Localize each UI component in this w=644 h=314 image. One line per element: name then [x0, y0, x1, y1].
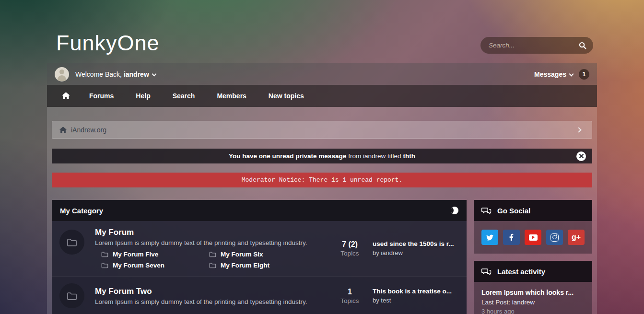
forum-title-link[interactable]: My Forum: [95, 228, 327, 237]
folder-icon: [67, 238, 77, 247]
activity-last-post[interactable]: Last Post: iandrew: [481, 299, 585, 306]
last-post-author[interactable]: by test: [373, 297, 459, 304]
main-nav: Forums Help Search Members New topics: [47, 85, 597, 107]
board-wrapper: Welcome Back, iandrew Messages 1 Forums: [47, 63, 597, 314]
forum-stats: 1 Topics: [327, 288, 373, 304]
subforum-list: My Forum Five My Forum Six My Forum Seve…: [101, 251, 327, 269]
subforum-link[interactable]: My Forum Seven: [101, 262, 209, 269]
subforum-label: My Forum Six: [221, 251, 263, 258]
pm-notice-lead: You have one unread private message: [229, 152, 346, 160]
nav-item-members[interactable]: Members: [206, 85, 257, 107]
avatar[interactable]: [55, 67, 69, 81]
search-icon[interactable]: [579, 42, 586, 49]
twitter-button[interactable]: [481, 230, 498, 245]
subforum-label: My Forum Seven: [113, 262, 164, 269]
moderator-notice-bar: Moderator Notice: There is 1 unread repo…: [52, 173, 592, 187]
pm-notice-middle: from iandrew titled: [348, 152, 401, 160]
chevron-right-icon[interactable]: [576, 127, 581, 132]
nav-item-new-topics[interactable]: New topics: [258, 85, 315, 107]
activity-time: 3 hours ago: [481, 308, 585, 314]
subforum-label: My Forum Eight: [221, 262, 269, 269]
twitter-icon: [486, 234, 494, 241]
youtube-button[interactable]: [525, 230, 541, 245]
nav-item-forums[interactable]: Forums: [78, 85, 125, 107]
topics-count: 1: [327, 288, 373, 296]
last-post-author[interactable]: by iandrew: [373, 249, 459, 256]
last-post-title-link[interactable]: used since the 1500s is r...: [373, 240, 459, 247]
messages-count-badge[interactable]: 1: [579, 69, 589, 80]
last-post: used since the 1500s is r... by iandrew: [373, 240, 459, 256]
category-panel: My Category My Fo: [52, 200, 467, 314]
subforum-link[interactable]: My Forum Eight: [209, 262, 327, 269]
nav-home-button[interactable]: [54, 85, 78, 107]
username: iandrew: [124, 70, 149, 78]
folder-icon: [209, 251, 216, 257]
home-icon: [62, 92, 70, 100]
pm-notice-subject[interactable]: thth: [403, 152, 415, 160]
activity-item: Lorem Ipsum which looks r... Last Post: …: [481, 289, 585, 314]
comments-icon: [481, 267, 492, 276]
subforum-link[interactable]: My Forum Six: [209, 251, 327, 258]
latest-activity-header: Latest activity: [474, 261, 592, 282]
topics-count: 7 (2): [327, 240, 373, 249]
latest-activity-widget: Latest activity Lorem Ipsum which looks …: [474, 261, 592, 314]
search-box[interactable]: [480, 37, 593, 54]
sidebar: Go Social: [474, 200, 592, 314]
forum-stats: 7 (2) Topics: [327, 240, 373, 257]
go-social-title: Go Social: [497, 207, 530, 215]
subforum-label: My Forum Five: [113, 251, 158, 258]
site-logo[interactable]: FunkyOne: [56, 31, 160, 56]
forum-title-link[interactable]: My Forum Two: [95, 287, 327, 296]
folder-icon: [101, 262, 108, 268]
google-plus-button[interactable]: g+: [568, 230, 585, 245]
home-icon: [59, 127, 67, 133]
category-header: My Category: [52, 200, 467, 221]
pm-notice-bar: You have one unread private message from…: [52, 149, 592, 163]
search-input[interactable]: [489, 42, 579, 49]
comments-icon: [481, 207, 492, 215]
last-post-title-link[interactable]: This book is a treatise o...: [373, 288, 459, 295]
category-title: My Category: [60, 207, 103, 215]
folder-icon: [67, 291, 77, 301]
activity-thread-link[interactable]: Lorem Ipsum which looks r...: [481, 289, 585, 296]
page: FunkyOne Welcome Back, iandrew Messages …: [0, 0, 644, 314]
messages-label: Messages: [534, 70, 566, 78]
forum-avatar: [59, 230, 84, 255]
nav-item-help[interactable]: Help: [125, 85, 161, 107]
user-bar: Welcome Back, iandrew Messages 1: [47, 63, 597, 85]
forum-description: Lorem Ipsum is simply dummy text of the …: [95, 239, 327, 246]
close-icon[interactable]: [576, 151, 586, 161]
instagram-icon: [550, 233, 559, 242]
nav-item-search[interactable]: Search: [162, 85, 206, 107]
google-plus-icon: g+: [572, 233, 581, 241]
welcome-menu[interactable]: Welcome Back, iandrew: [75, 70, 156, 78]
latest-activity-title: Latest activity: [497, 267, 545, 276]
instagram-button[interactable]: [546, 230, 563, 245]
moderator-notice-text: Moderator Notice: There is 1 unread repo…: [242, 176, 402, 184]
topics-label: Topics: [327, 250, 373, 257]
last-post: This book is a treatise o... by test: [373, 288, 459, 304]
facebook-button[interactable]: [503, 230, 520, 245]
latest-activity-list: Lorem Ipsum which looks r... Last Post: …: [474, 282, 592, 314]
chevron-down-icon: [569, 72, 574, 77]
forum-row: My Forum Lorem Ipsum is simply dummy tex…: [52, 221, 467, 276]
go-social-widget: Go Social: [474, 200, 592, 254]
breadcrumb-site[interactable]: iAndrew.org: [71, 126, 106, 134]
topics-label: Topics: [327, 297, 373, 304]
collapse-toggle-icon[interactable]: [451, 207, 458, 214]
youtube-icon: [529, 234, 538, 241]
folder-icon: [101, 251, 108, 257]
facebook-icon: [509, 233, 514, 241]
forum-row: My Forum Two Lorem Ipsum is simply dummy…: [52, 276, 467, 314]
folder-icon: [209, 262, 216, 268]
messages-menu[interactable]: Messages: [534, 70, 573, 78]
forum-description: Lorem Ipsum is simply dummy text of the …: [95, 298, 327, 305]
go-social-header: Go Social: [474, 200, 592, 221]
chevron-down-icon: [152, 72, 156, 77]
forum-avatar: [59, 283, 84, 308]
subforum-link[interactable]: My Forum Five: [101, 251, 209, 258]
social-buttons: g+: [474, 221, 592, 254]
welcome-text: Welcome Back,: [75, 70, 122, 78]
breadcrumb[interactable]: iAndrew.org: [52, 121, 592, 139]
